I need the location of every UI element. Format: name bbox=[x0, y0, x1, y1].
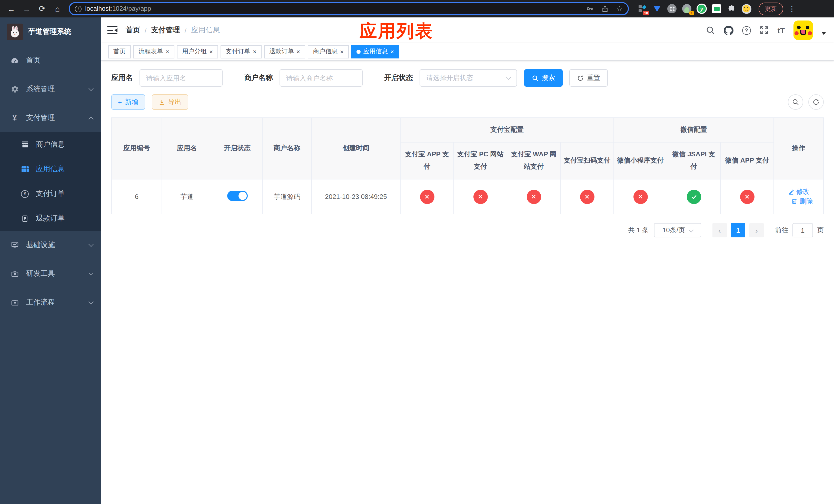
profile-face-icon[interactable] bbox=[741, 4, 751, 14]
sidebar-item-workflow[interactable]: 工作流程 bbox=[0, 288, 101, 317]
extensions-puzzle-icon[interactable] bbox=[726, 4, 737, 14]
extension-clover-icon[interactable] bbox=[667, 4, 677, 14]
search-icon[interactable] bbox=[706, 26, 715, 35]
tab-user-group[interactable]: 用户分组× bbox=[177, 45, 218, 58]
browser-home-icon[interactable]: ⌂ bbox=[51, 3, 64, 15]
extension-gem-icon[interactable] bbox=[652, 4, 662, 14]
close-icon[interactable]: × bbox=[253, 48, 257, 54]
wx-jsapi-check-icon bbox=[686, 189, 701, 204]
col-merchant: 商户名称 bbox=[262, 118, 312, 179]
site-info-icon[interactable]: i bbox=[75, 5, 82, 12]
next-page-button[interactable]: › bbox=[749, 223, 764, 237]
col-actions: 操作 bbox=[774, 118, 824, 179]
goto-page-input[interactable] bbox=[792, 223, 813, 237]
col-wx-lite: 微信小程序支付 bbox=[614, 142, 667, 179]
pagination: 共 1 条 10条/页 ‹ 1 › 前往 页 bbox=[111, 223, 824, 237]
github-icon[interactable] bbox=[724, 25, 733, 35]
tab-home[interactable]: 首页 bbox=[108, 45, 131, 58]
merchant-name-label: 商户名称 bbox=[244, 73, 273, 83]
page-unit-label: 页 bbox=[817, 226, 824, 235]
extension-chat-icon[interactable] bbox=[711, 4, 722, 14]
fullscreen-icon[interactable] bbox=[760, 26, 769, 35]
sidebar-subitem-label: 应用信息 bbox=[36, 165, 65, 174]
page-size-select[interactable]: 10条/页 bbox=[654, 223, 701, 237]
extension-grid-icon[interactable]: 10 bbox=[637, 4, 647, 14]
password-key-icon[interactable] bbox=[586, 5, 594, 13]
tab-refund-order[interactable]: 退款订单× bbox=[264, 45, 305, 58]
share-icon[interactable] bbox=[601, 5, 609, 13]
bookmark-star-icon[interactable]: ☆ bbox=[616, 5, 623, 13]
browser-back-icon[interactable]: ← bbox=[5, 3, 18, 15]
status-toggle[interactable] bbox=[227, 191, 247, 201]
close-icon[interactable]: × bbox=[340, 48, 344, 54]
sidebar-collapse-icon[interactable] bbox=[107, 26, 117, 35]
refresh-table-button[interactable] bbox=[808, 94, 824, 110]
sidebar-item-home[interactable]: 首页 bbox=[0, 46, 101, 75]
app-table: 应用编号 应用名 开启状态 商户名称 创建时间 支付宝配置 微信配置 操作 支付… bbox=[111, 117, 824, 214]
cell-app-name: 芋道 bbox=[162, 179, 212, 214]
url-host: localhost bbox=[85, 5, 111, 12]
sidebar-subitem-app[interactable]: 应用信息 bbox=[0, 157, 101, 182]
url-path: :1024/pay/app bbox=[111, 5, 151, 12]
search-button[interactable]: 搜索 bbox=[524, 69, 563, 87]
total-count: 共 1 条 bbox=[628, 226, 649, 235]
sidebar-subitem-merchant[interactable]: 商户信息 bbox=[0, 132, 101, 157]
export-button[interactable]: 导出 bbox=[152, 94, 188, 110]
prev-page-button[interactable]: ‹ bbox=[712, 223, 727, 237]
alipay-wap-cross-icon bbox=[527, 189, 541, 204]
sidebar-item-label: 首页 bbox=[26, 56, 41, 65]
sidebar-item-payment[interactable]: ¥ 支付管理 bbox=[0, 104, 101, 132]
extension-avatar-icon[interactable]: 1 bbox=[682, 4, 692, 14]
browser-forward-icon[interactable]: → bbox=[21, 3, 33, 15]
edit-pen-icon bbox=[788, 188, 794, 195]
search-icon bbox=[792, 98, 799, 106]
tab-merchant-info[interactable]: 商户信息× bbox=[308, 45, 349, 58]
extension-y-icon[interactable]: y bbox=[697, 4, 707, 14]
page-number-1[interactable]: 1 bbox=[731, 223, 745, 237]
close-icon[interactable]: × bbox=[390, 48, 394, 54]
sidebar-item-system[interactable]: 系统管理 bbox=[0, 75, 101, 104]
font-size-icon[interactable]: tT bbox=[777, 26, 785, 35]
sidebar: 芋道管理系统 首页 系统管理 ¥ 支付管理 bbox=[0, 18, 101, 504]
sidebar-item-devtools[interactable]: 研发工具 bbox=[0, 259, 101, 288]
tab-flow-form[interactable]: 流程表单× bbox=[133, 45, 174, 58]
grid-icon bbox=[21, 165, 29, 173]
app-logo bbox=[7, 24, 23, 40]
cell-app-id: 6 bbox=[112, 179, 162, 214]
merchant-name-input[interactable] bbox=[280, 69, 363, 87]
address-bar[interactable]: i localhost:1024/pay/app ☆ bbox=[69, 2, 629, 15]
sidebar-subitem-refund-order[interactable]: 退款订单 bbox=[0, 206, 101, 231]
alipay-app-cross-icon bbox=[420, 189, 434, 204]
add-button[interactable]: + 新增 bbox=[111, 94, 145, 110]
user-menu-caret-icon[interactable] bbox=[822, 32, 826, 35]
help-icon[interactable]: ? bbox=[742, 26, 751, 35]
reset-button[interactable]: 重置 bbox=[569, 69, 608, 87]
tab-pay-order[interactable]: 支付订单× bbox=[221, 45, 262, 58]
extension-avatar-badge: 1 bbox=[689, 11, 694, 15]
chevron-down-icon bbox=[88, 271, 94, 276]
briefcase-icon bbox=[10, 270, 19, 278]
close-icon[interactable]: × bbox=[166, 48, 169, 54]
app-name-input[interactable] bbox=[139, 69, 223, 87]
col-group-alipay: 支付宝配置 bbox=[400, 118, 614, 142]
edit-button[interactable]: 修改 bbox=[788, 187, 810, 197]
user-avatar[interactable] bbox=[793, 21, 813, 40]
toggle-search-button[interactable] bbox=[788, 94, 803, 110]
close-icon[interactable]: × bbox=[209, 48, 213, 54]
table-row: 6 芋道 芋道源码 2021-10-23 08:49:25 bbox=[112, 179, 824, 214]
sidebar-item-infra[interactable]: 基础设施 bbox=[0, 231, 101, 259]
browser-reload-icon[interactable]: ⟳ bbox=[36, 3, 48, 15]
breadcrumb-payment[interactable]: 支付管理 bbox=[151, 26, 180, 35]
tab-app-info[interactable]: 应用信息× bbox=[351, 45, 399, 58]
browser-menu-icon[interactable]: ⋮ bbox=[788, 5, 795, 13]
status-select[interactable]: 请选择开启状态 bbox=[420, 69, 517, 87]
close-icon[interactable]: × bbox=[297, 48, 300, 54]
delete-button[interactable]: 删除 bbox=[791, 197, 813, 206]
sidebar-subitem-label: 退款订单 bbox=[36, 214, 65, 223]
plus-icon: + bbox=[118, 98, 122, 106]
cell-merchant: 芋道源码 bbox=[262, 179, 312, 214]
browser-update-button[interactable]: 更新 bbox=[759, 2, 783, 15]
briefcase-icon bbox=[10, 298, 19, 306]
breadcrumb-home[interactable]: 首页 bbox=[126, 26, 140, 35]
sidebar-subitem-pay-order[interactable]: ¥ 支付订单 bbox=[0, 182, 101, 206]
